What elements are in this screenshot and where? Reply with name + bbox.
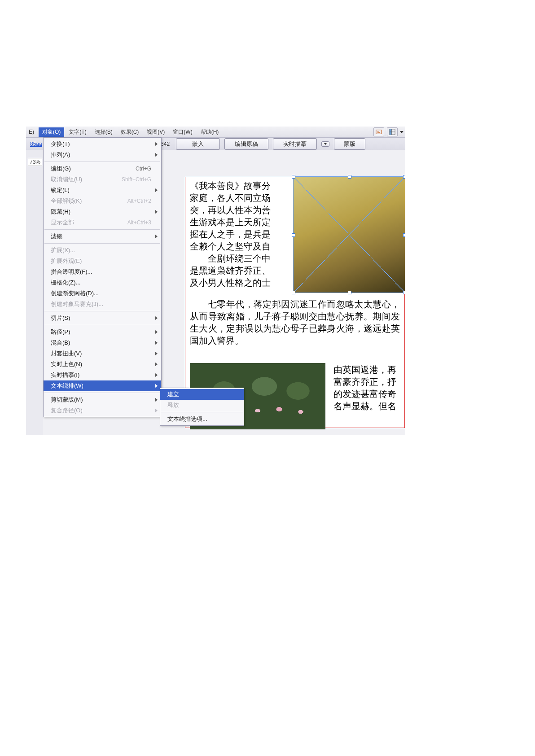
body-text-block-3: 由英国返港，再 富豪齐乔正，抒 的发迹甚富传奇 名声显赫。但名: [333, 364, 405, 429]
selection-handle[interactable]: [348, 175, 351, 179]
selection-handle[interactable]: [292, 175, 295, 179]
menu-compound-path: 复合路径(O): [44, 405, 161, 416]
mask-button[interactable]: 蒙版: [334, 138, 365, 150]
menu-separator: [44, 243, 160, 244]
menu-object[interactable]: 对象(O): [39, 127, 64, 137]
selection-handle[interactable]: [348, 291, 351, 294]
layout-grid-icon: [387, 127, 398, 136]
menu-expand: 扩展(X)...: [44, 245, 161, 256]
menu-filter[interactable]: 滤镜: [44, 231, 161, 242]
selection-handle[interactable]: [403, 233, 405, 237]
bridge-icon[interactable]: Br: [373, 127, 384, 136]
menu-path[interactable]: 路径(P): [44, 327, 161, 337]
menu-effect[interactable]: 效果(C): [117, 127, 143, 137]
menu-transform[interactable]: 变换(T): [44, 139, 161, 149]
menu-text-wrap[interactable]: 文本绕排(W): [44, 380, 161, 391]
linked-file-label[interactable]: 85aa: [29, 140, 44, 148]
menu-separator: [44, 393, 160, 393]
menu-help[interactable]: 帮助(H): [197, 127, 223, 137]
selection-handle[interactable]: [292, 233, 295, 237]
menu-slice[interactable]: 切片(S): [44, 313, 161, 323]
embed-button[interactable]: 嵌入: [176, 138, 220, 150]
menu-ungroup: 取消编组(U)Shift+Ctrl+G: [44, 174, 161, 185]
zoom-level[interactable]: 73%: [28, 158, 42, 166]
menu-live-trace[interactable]: 实时描摹(I): [44, 370, 161, 380]
app-window: E) 对象(O) 文字(T) 选择(S) 效果(C) 视图(V) 窗口(W) 帮…: [26, 127, 405, 435]
menu-expand-appearance: 扩展外观(E): [44, 256, 161, 267]
selection-handle[interactable]: [403, 291, 405, 294]
submenu-text-wrap-options[interactable]: 文本绕排选项...: [160, 414, 244, 424]
menu-lock[interactable]: 锁定(L): [44, 185, 161, 196]
placed-image-tea[interactable]: [293, 176, 405, 293]
left-ruler-column: 73%: [26, 150, 44, 435]
menu-group[interactable]: 编组(G)Ctrl+G: [44, 163, 161, 174]
menu-create-gradient-mesh[interactable]: 创建渐变网格(D)...: [44, 288, 161, 299]
menu-select[interactable]: 选择(S): [91, 127, 116, 137]
menu-envelope-distort[interactable]: 封套扭曲(V): [44, 348, 161, 359]
menu-window[interactable]: 窗口(W): [169, 127, 196, 137]
menu-type[interactable]: 文字(T): [65, 127, 90, 137]
live-trace-dropdown[interactable]: [321, 141, 329, 147]
menu-arrange[interactable]: 排列(A): [44, 149, 161, 160]
menu-show-all: 显示全部Alt+Ctrl+3: [44, 217, 161, 228]
submenu-release: 释放: [160, 400, 244, 411]
menu-view[interactable]: 视图(V): [143, 127, 168, 137]
menubar: E) 对象(O) 文字(T) 选择(S) 效果(C) 视图(V) 窗口(W) 帮…: [26, 127, 405, 138]
menu-separator: [44, 229, 160, 230]
menu-flatten-transparency[interactable]: 拼合透明度(F)...: [44, 267, 161, 277]
menu-create-object-mosaic: 创建对象马赛克(J)...: [44, 299, 161, 310]
menu-separator: [44, 162, 160, 162]
workspace-switcher[interactable]: [386, 127, 403, 136]
menu-edit-truncated[interactable]: E): [28, 128, 38, 136]
menu-unlock-all: 全部解锁(K)Alt+Ctrl+2: [44, 196, 161, 206]
menu-separator: [44, 311, 160, 311]
menu-clipping-mask[interactable]: 剪切蒙版(M): [44, 394, 161, 405]
menu-hide[interactable]: 隐藏(H): [44, 206, 161, 217]
selection-handle[interactable]: [292, 291, 295, 294]
submenu-make[interactable]: 建立: [160, 389, 244, 400]
svg-text:Br: Br: [377, 131, 380, 134]
body-text-block-2: 七零年代，蒋定邦因沉迷工作而忽略太太慧心，从而导致离婚，儿子蒋子聪则交由慧心抚养…: [190, 298, 400, 347]
menu-blend[interactable]: 混合(B): [44, 337, 161, 348]
object-menu-dropdown: 变换(T) 排列(A) 编组(G)Ctrl+G 取消编组(U)Shift+Ctr…: [43, 137, 162, 417]
menu-live-paint[interactable]: 实时上色(N): [44, 359, 161, 370]
menu-separator: [44, 325, 160, 325]
body-text-block-1: 《我本善良》故事分 家庭，各人不同立场 突，再以人性本为善 生游戏本是上天所定 …: [190, 180, 285, 297]
edit-original-button[interactable]: 编辑原稿: [224, 138, 268, 150]
live-trace-button[interactable]: 实时描摹: [273, 138, 317, 150]
selection-handle[interactable]: [403, 175, 405, 179]
menu-separator: [161, 412, 243, 412]
text-wrap-submenu: 建立 释放 文本绕排选项...: [160, 388, 244, 426]
menu-rasterize[interactable]: 栅格化(Z)...: [44, 277, 161, 288]
